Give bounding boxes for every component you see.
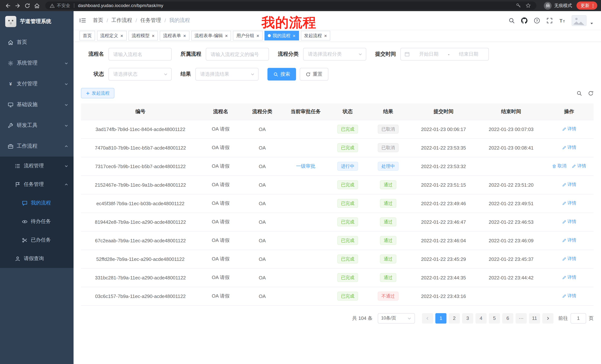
more-pages-button[interactable]: ··· [516, 313, 527, 323]
process-name-input[interactable] [109, 48, 172, 60]
detail-link[interactable]: 详情 [562, 256, 576, 262]
row-submit-time: 2022-01-22 23:51:15 [409, 175, 478, 194]
tab-0[interactable]: 首页 [80, 31, 95, 40]
page-button-2[interactable]: 2 [449, 313, 460, 323]
sidebar-item-9[interactable]: 待办任务 [0, 212, 74, 231]
page-size-select[interactable]: 10条/页 [378, 313, 415, 323]
back-icon[interactable] [4, 1, 12, 10]
fullscreen-icon[interactable] [546, 17, 553, 24]
github-icon[interactable] [521, 17, 527, 24]
close-icon[interactable]: × [225, 33, 228, 38]
current-task-link[interactable]: 一级审批 [296, 163, 315, 169]
close-icon[interactable]: × [324, 33, 327, 38]
detail-link[interactable]: 详情 [562, 237, 576, 244]
page-button-6[interactable]: 6 [502, 313, 513, 323]
tab-3[interactable]: 流程表单× [160, 31, 189, 40]
status-select[interactable]: 请选择状态 [109, 68, 172, 80]
row-actions: 详情 [545, 138, 594, 157]
sidebar-item-1[interactable]: 系统管理 [0, 53, 74, 74]
sidebar-item-10[interactable]: 已办任务 [0, 231, 74, 249]
sidebar-item-5[interactable]: 工作流程 [0, 136, 74, 157]
sidebar-item-8[interactable]: 我的流程 [0, 194, 74, 212]
key-icon[interactable] [515, 2, 522, 9]
sidebar-toggle-icon[interactable] [80, 18, 86, 23]
page-button-4[interactable]: 4 [475, 313, 487, 323]
reset-button[interactable]: 重置 [300, 68, 328, 80]
row-id: 52ffd28e-7b9a-11ec-a290-acde48001122 [81, 250, 200, 268]
process-id-input[interactable] [206, 48, 269, 60]
font-size-icon[interactable]: TT [559, 17, 565, 24]
detail-link[interactable]: 详情 [562, 126, 576, 132]
close-icon[interactable]: × [152, 33, 155, 38]
row-status: 已完成 [328, 120, 367, 138]
create-process-button[interactable]: 发起流程 [81, 88, 114, 98]
page-button-3[interactable]: 3 [462, 313, 473, 323]
row-actions: 取消详情 [545, 157, 594, 175]
chevron-down-icon[interactable] [590, 21, 594, 25]
detail-link[interactable]: 详情 [562, 274, 576, 281]
reload-icon[interactable] [23, 1, 31, 10]
refresh-table-icon[interactable] [588, 90, 594, 96]
tab-4[interactable]: 流程表单-编辑× [191, 31, 231, 40]
breadcrumb-item[interactable]: 首页 [93, 17, 103, 24]
sidebar-item-7[interactable]: 任务管理 [0, 175, 74, 194]
sidebar-item-11[interactable]: 请假查询 [0, 249, 74, 268]
next-page-button[interactable] [542, 313, 553, 323]
sidebar-item-0[interactable]: 首页 [0, 32, 74, 53]
close-icon[interactable]: × [293, 33, 295, 38]
breadcrumb-item[interactable]: 任务管理 [140, 17, 161, 24]
tab-6[interactable]: 我的流程× [264, 31, 299, 40]
url-text: dashboard.yudao.iocoder.cn/bpm/task/my [78, 3, 163, 8]
gear-icon [8, 60, 13, 66]
detail-link[interactable]: 详情 [572, 163, 586, 169]
tab-5[interactable]: 用户分组× [233, 31, 263, 40]
detail-link[interactable]: 详情 [562, 200, 576, 207]
avatar[interactable] [572, 15, 587, 26]
close-icon[interactable]: × [257, 33, 259, 38]
breadcrumb-item[interactable]: 工作流程 [111, 17, 132, 24]
page-button-1[interactable]: 1 [435, 313, 446, 323]
row-result: 通过 [367, 194, 409, 213]
logo[interactable]: 芋道管理系统 [0, 11, 74, 32]
help-icon[interactable]: ? [534, 17, 540, 24]
screen: 不安全 dashboard.yudao.iocoder.cn/bpm/task/… [0, 0, 601, 364]
briefcase-icon [8, 144, 13, 149]
column-header: 结果 [367, 104, 409, 120]
tab-7[interactable]: 发起流程× [301, 31, 330, 40]
goto-page-input[interactable] [571, 313, 586, 323]
detail-link[interactable]: 详情 [562, 182, 576, 188]
search-icon[interactable] [509, 17, 515, 24]
category-select[interactable]: 请选择流程分类 [303, 48, 366, 60]
cancel-link[interactable]: 取消 [552, 163, 566, 169]
row-current-task [283, 268, 328, 287]
close-icon[interactable]: × [120, 33, 123, 38]
detail-link[interactable]: 详情 [562, 293, 576, 299]
tab-1[interactable]: 流程定义× [97, 31, 127, 40]
sidebar-item-label: 支付管理 [17, 80, 38, 87]
sidebar-item-3[interactable]: 基础设施 [0, 94, 74, 115]
submit-time-range[interactable]: 开始日期 - 结束日期 [401, 48, 489, 60]
page-button-11[interactable]: 11 [529, 313, 540, 323]
row-actions: 详情 [545, 194, 594, 213]
tab-2[interactable]: 流程模型× [128, 31, 158, 40]
forward-icon[interactable] [13, 1, 21, 10]
update-button[interactable]: 更新 [576, 1, 597, 10]
sidebar-item-4[interactable]: 研发工具 [0, 115, 74, 136]
star-icon[interactable] [524, 2, 532, 9]
toggle-search-icon[interactable] [576, 90, 582, 96]
category-text: OA [259, 145, 266, 151]
page-button-5[interactable]: 5 [489, 313, 500, 323]
detail-link[interactable]: 详情 [562, 219, 576, 225]
search-button[interactable]: 搜索 [267, 68, 296, 80]
home-icon[interactable] [33, 1, 41, 10]
menu-dots-icon[interactable] [591, 3, 595, 8]
sidebar-item-2[interactable]: ¥支付管理 [0, 74, 74, 94]
address-bar[interactable]: 不安全 dashboard.yudao.iocoder.cn/bpm/task/… [45, 1, 536, 10]
sidebar-item-6[interactable]: 流程管理 [0, 157, 74, 175]
prev-page-button[interactable] [422, 313, 433, 323]
column-header: 流程分类 [241, 104, 283, 120]
close-icon[interactable]: × [183, 33, 186, 38]
detail-link[interactable]: 详情 [562, 144, 576, 151]
result-select[interactable]: 请选择流结果 [195, 68, 259, 80]
submit-time-text: 2022-01-22 23:46:04 [421, 238, 466, 243]
